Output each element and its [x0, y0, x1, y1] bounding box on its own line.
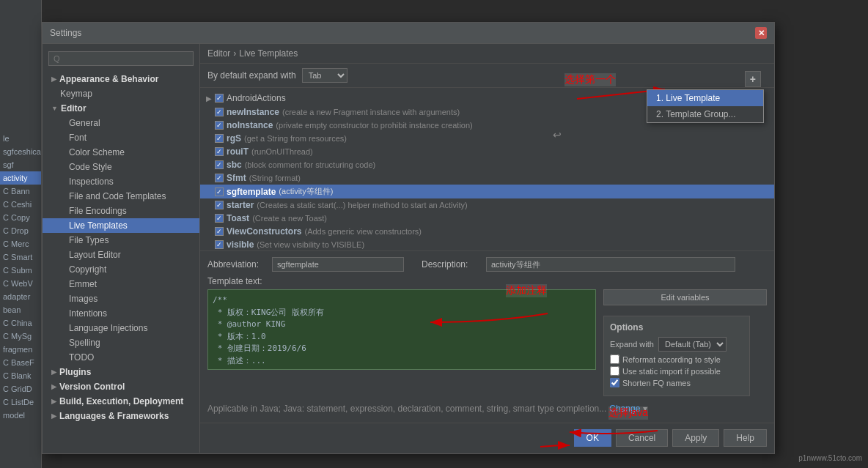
- template-text-label: Template text:: [207, 276, 767, 286]
- ok-button[interactable]: OK: [574, 429, 611, 447]
- template-textarea[interactable]: /** * 版权：KING公司 版权所有 * @author KING * 版本…: [207, 289, 596, 370]
- file-tree-item[interactable]: sgfceshicase: [0, 145, 41, 158]
- add-template-button[interactable]: +: [745, 71, 761, 87]
- file-tree-item[interactable]: sgf: [0, 158, 41, 171]
- sidebar-item-layout-editor[interactable]: Layout Editor: [43, 248, 199, 262]
- sidebar-item-spelling[interactable]: Spelling: [43, 335, 199, 350]
- sidebar-item-inspections[interactable]: Inspections: [43, 174, 199, 189]
- group-label: AndroidActions: [227, 93, 286, 103]
- item-checkbox[interactable]: ✓: [215, 108, 224, 116]
- item-checkbox[interactable]: ✓: [215, 121, 224, 130]
- sidebar-item-file-types[interactable]: File Types: [43, 233, 199, 248]
- template-item-sfmt[interactable]: ✓ Sfmt (String format): [200, 171, 774, 185]
- file-tree-item[interactable]: model: [0, 409, 41, 422]
- sidebar-item-todo[interactable]: TODO: [43, 350, 199, 365]
- dialog-close-button[interactable]: ✕: [755, 27, 767, 39]
- sidebar-item-color-scheme[interactable]: Color Scheme: [43, 145, 199, 160]
- item-checkbox[interactable]: ✓: [215, 134, 224, 143]
- options-title: Options: [610, 322, 743, 333]
- template-item-sbc[interactable]: ✓ sbc (block comment for structuring cod…: [200, 158, 774, 171]
- template-item-rgs[interactable]: ✓ rgS (get a String from resources): [200, 132, 774, 145]
- edit-variables-button[interactable]: Edit variables: [603, 289, 767, 305]
- sidebar-item-plugins[interactable]: ▶ Plugins: [43, 365, 199, 379]
- item-abbr: starter: [227, 200, 254, 210]
- item-desc: (activity等组件): [279, 186, 333, 197]
- right-panel: Edit variables Options Expand with Defau…: [603, 289, 767, 396]
- description-input[interactable]: [486, 257, 735, 272]
- item-checkbox[interactable]: ✓: [215, 214, 224, 223]
- file-tree-item[interactable]: C Merc: [0, 237, 41, 250]
- file-tree-item[interactable]: C Copy: [0, 211, 41, 224]
- sidebar-item-live-templates[interactable]: Live Templates: [43, 218, 199, 233]
- file-tree-item[interactable]: C Bann: [0, 185, 41, 198]
- item-checkbox[interactable]: ✓: [215, 160, 224, 169]
- item-checkbox[interactable]: ✓: [215, 187, 224, 196]
- sidebar-item-font[interactable]: Font: [43, 130, 199, 145]
- sidebar-item-images[interactable]: Images: [43, 291, 199, 306]
- expand-with-select[interactable]: Default (Tab) Tab Enter Space: [658, 337, 727, 352]
- file-tree-item[interactable]: C Blank: [0, 369, 41, 382]
- file-tree-item[interactable]: bean: [0, 303, 41, 316]
- file-tree-item[interactable]: C WebV: [0, 277, 41, 290]
- sidebar-item-file-code-templates[interactable]: File and Code Templates: [43, 189, 199, 204]
- sidebar-item-emmet[interactable]: Emmet: [43, 277, 199, 291]
- file-tree-item[interactable]: C ListDe: [0, 395, 41, 409]
- file-tree-item[interactable]: fragmen: [0, 343, 41, 356]
- file-tree-item[interactable]: C GridD: [0, 382, 41, 395]
- template-item-visible[interactable]: ✓ visible (Set view visibility to VISIBL…: [200, 238, 774, 250]
- change-link[interactable]: Change: [609, 404, 640, 414]
- file-tree-item-activity[interactable]: activity: [0, 171, 41, 185]
- file-tree-item[interactable]: C Subm: [0, 264, 41, 277]
- reformat-checkbox[interactable]: [610, 354, 619, 364]
- file-tree-item[interactable]: C Ceshi: [0, 198, 41, 211]
- file-tree-item[interactable]: adapter: [0, 290, 41, 303]
- item-checkbox[interactable]: ✓: [215, 227, 224, 236]
- sidebar-item-general[interactable]: General: [43, 116, 199, 130]
- file-tree-item[interactable]: C China: [0, 316, 41, 330]
- abbreviation-input[interactable]: [272, 257, 404, 272]
- file-tree-item[interactable]: le: [0, 132, 41, 145]
- top-controls: By default expand with Tab Enter Space +: [200, 64, 774, 88]
- item-checkbox[interactable]: ✓: [215, 174, 224, 182]
- file-tree-item[interactable]: C Drop: [0, 224, 41, 237]
- item-checkbox[interactable]: ✓: [215, 147, 224, 156]
- sidebar-item-intentions[interactable]: Intentions: [43, 306, 199, 321]
- sidebar-search-input[interactable]: [48, 51, 194, 66]
- sidebar-item-version-control[interactable]: ▶ Version Control: [43, 379, 199, 394]
- sidebar-item-copyright[interactable]: Copyright: [43, 262, 199, 277]
- sidebar-item-code-style[interactable]: Code Style: [43, 160, 199, 174]
- template-item-sgftemplate[interactable]: ✓ sgftemplate (activity等组件): [200, 185, 774, 198]
- file-tree-item[interactable]: C BaseF: [0, 356, 41, 369]
- item-desc: (private empty constructor to prohibit i…: [276, 121, 472, 130]
- sidebar-item-appearance[interactable]: ▶ Appearance & Behavior: [43, 72, 199, 86]
- sidebar-item-editor[interactable]: ▼ Editor: [43, 101, 199, 116]
- popup-item-template-group[interactable]: 2. Template Group...: [647, 106, 763, 122]
- item-abbr: newInstance: [227, 107, 279, 117]
- group-checkbox[interactable]: ✓: [215, 94, 224, 103]
- cancel-button[interactable]: Cancel: [616, 429, 668, 447]
- item-checkbox[interactable]: ✓: [215, 240, 224, 249]
- options-panel: Options Expand with Default (Tab) Tab En…: [603, 316, 750, 396]
- template-item-starter[interactable]: ✓ starter (Creates a static start(...) h…: [200, 198, 774, 212]
- shorten-checkbox[interactable]: [610, 378, 619, 387]
- template-item-viewconstructors[interactable]: ✓ ViewConstructors (Adds generic view co…: [200, 225, 774, 238]
- sidebar-item-file-encodings[interactable]: File Encodings: [43, 204, 199, 218]
- sidebar-item-keymap[interactable]: Keymap: [43, 86, 199, 101]
- item-checkbox[interactable]: ✓: [215, 201, 224, 209]
- static-import-label: Use static import if possible: [622, 367, 721, 376]
- sidebar-item-build-execution[interactable]: ▶ Build, Execution, Deployment: [43, 394, 199, 409]
- popup-item-live-template[interactable]: 1. Live Template: [647, 90, 763, 106]
- help-button[interactable]: Help: [724, 429, 767, 447]
- file-tree-item[interactable]: C MySg: [0, 330, 41, 343]
- sidebar-item-language-injections[interactable]: Language Injections: [43, 321, 199, 335]
- static-import-checkbox[interactable]: [610, 366, 619, 376]
- template-item-toast[interactable]: ✓ Toast (Create a new Toast): [200, 212, 774, 225]
- apply-button[interactable]: Apply: [672, 429, 719, 447]
- item-desc: (Create a new Toast): [252, 214, 327, 223]
- expand-select[interactable]: Tab Enter Space: [302, 68, 347, 83]
- file-tree-item[interactable]: C Smart: [0, 250, 41, 264]
- template-item-rouit[interactable]: ✓ rouiT (runOnUIThread): [200, 145, 774, 158]
- undo-button[interactable]: ↩: [553, 129, 562, 141]
- chevron-right-icon: ▶: [51, 383, 56, 390]
- sidebar-item-languages-frameworks[interactable]: ▶ Languages & Frameworks: [43, 409, 199, 423]
